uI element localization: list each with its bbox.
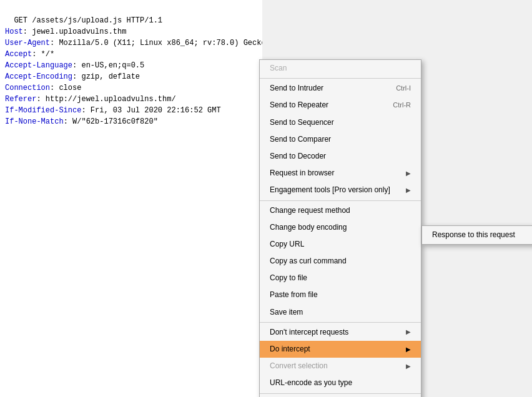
- arrow-icon: ▶: [406, 185, 411, 195]
- menu-item-request-in-browser[interactable]: Request in browser ▶: [260, 165, 421, 182]
- menu-item-do-intercept[interactable]: Do intercept ▶: [260, 341, 421, 358]
- menu-item-dont-intercept[interactable]: Don't intercept requests ▶: [260, 324, 421, 341]
- arrow-icon: ▶: [406, 169, 411, 179]
- menu-item-cut[interactable]: Cut Ctrl-X: [260, 395, 421, 397]
- scan-label: Scan: [260, 60, 421, 77]
- menu-item-save-item[interactable]: Save item: [260, 304, 421, 321]
- menu-item-copy-as-curl[interactable]: Copy as curl command: [260, 253, 421, 270]
- menu-item-change-request-method[interactable]: Change request method: [260, 202, 421, 219]
- separator: [260, 393, 421, 394]
- menu-item-send-to-comparer[interactable]: Send to Comparer: [260, 131, 421, 148]
- menu-item-copy-url[interactable]: Copy URL: [260, 236, 421, 253]
- menu-item-send-to-sequencer[interactable]: Send to Sequencer: [260, 114, 421, 131]
- menu-item-copy-to-file[interactable]: Copy to file: [260, 270, 421, 287]
- separator: [260, 78, 421, 79]
- arrow-icon: ▶: [406, 345, 411, 355]
- separator: [260, 200, 421, 201]
- menu-item-send-to-intruder[interactable]: Send to Intruder Ctrl-I: [260, 80, 421, 97]
- menu-item-send-to-decoder[interactable]: Send to Decoder: [260, 148, 421, 165]
- menu-item-change-body-encoding[interactable]: Change body encoding: [260, 219, 421, 236]
- menu-item-convert-selection[interactable]: Convert selection ▶: [260, 358, 421, 375]
- context-menu: Scan Send to Intruder Ctrl-I Send to Rep…: [259, 59, 421, 397]
- arrow-icon: ▶: [406, 361, 411, 371]
- menu-item-url-encode[interactable]: URL-encode as you type: [260, 375, 421, 391]
- separator: [260, 322, 421, 323]
- submenu-do-intercept: Response to this request: [421, 225, 532, 245]
- menu-item-engagement-tools[interactable]: Engagement tools [Pro version only] ▶: [260, 182, 421, 198]
- menu-item-send-to-repeater[interactable]: Send to Repeater Ctrl-R: [260, 97, 421, 114]
- menu-item-response-to-request[interactable]: Response to this request: [422, 226, 532, 244]
- menu-item-paste-from-file[interactable]: Paste from file: [260, 287, 421, 303]
- arrow-icon: ▶: [406, 327, 411, 337]
- request-text-area: GET /assets/js/upload.js HTTP/1.1 Host: …: [0, 0, 262, 397]
